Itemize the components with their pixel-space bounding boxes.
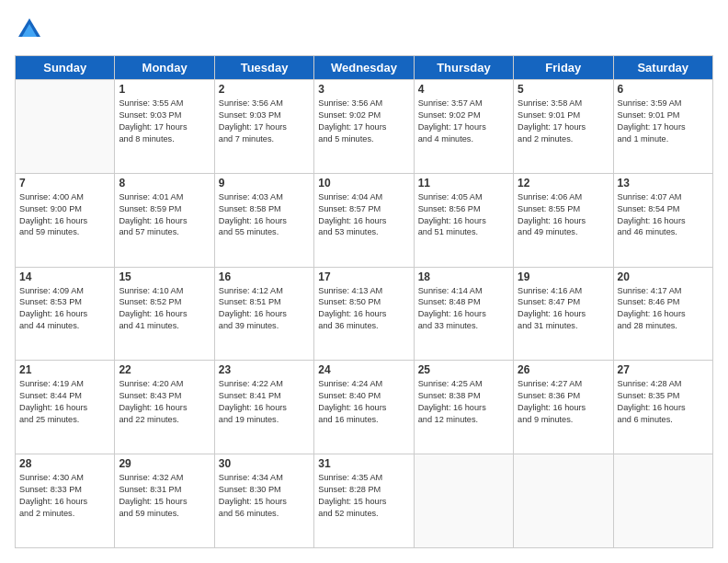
day-number: 4 <box>418 83 509 96</box>
cell-text: Sunrise: 4:03 AMSunset: 8:58 PMDaylight:… <box>219 191 310 239</box>
cell-text: Sunrise: 3:59 AMSunset: 9:01 PMDaylight:… <box>618 98 709 145</box>
cell-text: Sunrise: 4:35 AMSunset: 8:28 PMDaylight:… <box>318 472 409 520</box>
cell-text: Sunrise: 4:05 AMSunset: 8:56 PMDaylight:… <box>418 191 509 239</box>
weekday-header-friday: Friday <box>514 56 613 80</box>
day-number: 3 <box>318 83 409 96</box>
cell-text: Sunrise: 4:27 AMSunset: 8:36 PMDaylight:… <box>518 378 609 426</box>
cell-text: Sunrise: 4:07 AMSunset: 8:54 PMDaylight:… <box>618 191 709 239</box>
day-number: 11 <box>418 177 509 190</box>
table-row: 2Sunrise: 3:56 AMSunset: 9:03 PMDaylight… <box>214 80 313 174</box>
table-row <box>16 80 115 174</box>
cell-text: Sunrise: 4:06 AMSunset: 8:55 PMDaylight:… <box>518 191 609 239</box>
weekday-header-wednesday: Wednesday <box>314 56 414 80</box>
calendar-table: SundayMondayTuesdayWednesdayThursdayFrid… <box>15 55 713 548</box>
day-number: 27 <box>618 363 709 376</box>
day-number: 10 <box>318 177 409 190</box>
day-number: 30 <box>219 457 310 470</box>
cell-text: Sunrise: 4:19 AMSunset: 8:44 PMDaylight:… <box>19 378 110 426</box>
day-number: 20 <box>618 270 709 283</box>
cell-text: Sunrise: 4:20 AMSunset: 8:43 PMDaylight:… <box>119 378 210 426</box>
header <box>15 15 713 44</box>
day-number: 18 <box>418 270 509 283</box>
table-row: 28Sunrise: 4:30 AMSunset: 8:33 PMDayligh… <box>16 454 115 548</box>
cell-text: Sunrise: 4:04 AMSunset: 8:57 PMDaylight:… <box>318 191 409 239</box>
day-number: 26 <box>518 363 609 376</box>
table-row: 26Sunrise: 4:27 AMSunset: 8:36 PMDayligh… <box>514 361 613 454</box>
day-number: 28 <box>19 457 110 470</box>
table-row: 31Sunrise: 4:35 AMSunset: 8:28 PMDayligh… <box>314 454 414 548</box>
day-number: 8 <box>119 177 210 190</box>
cell-text: Sunrise: 4:32 AMSunset: 8:31 PMDaylight:… <box>119 472 210 520</box>
table-row: 14Sunrise: 4:09 AMSunset: 8:53 PMDayligh… <box>16 267 115 361</box>
table-row: 9Sunrise: 4:03 AMSunset: 8:58 PMDaylight… <box>214 173 313 267</box>
table-row: 4Sunrise: 3:57 AMSunset: 9:02 PMDaylight… <box>414 80 513 174</box>
table-row: 10Sunrise: 4:04 AMSunset: 8:57 PMDayligh… <box>314 173 414 267</box>
table-row: 25Sunrise: 4:25 AMSunset: 8:38 PMDayligh… <box>414 361 513 454</box>
cell-text: Sunrise: 3:56 AMSunset: 9:03 PMDaylight:… <box>219 98 310 145</box>
day-number: 19 <box>518 270 609 283</box>
day-number: 2 <box>219 83 310 96</box>
table-row: 16Sunrise: 4:12 AMSunset: 8:51 PMDayligh… <box>214 267 313 361</box>
logo <box>15 15 48 44</box>
weekday-header-monday: Monday <box>115 56 214 80</box>
cell-text: Sunrise: 4:24 AMSunset: 8:40 PMDaylight:… <box>318 378 409 426</box>
table-row: 6Sunrise: 3:59 AMSunset: 9:01 PMDaylight… <box>613 80 712 174</box>
weekday-header-tuesday: Tuesday <box>214 56 313 80</box>
cell-text: Sunrise: 4:00 AMSunset: 9:00 PMDaylight:… <box>19 191 110 239</box>
cell-text: Sunrise: 4:14 AMSunset: 8:48 PMDaylight:… <box>418 285 509 333</box>
day-number: 31 <box>318 457 409 470</box>
calendar-row-4: 28Sunrise: 4:30 AMSunset: 8:33 PMDayligh… <box>16 454 713 548</box>
cell-text: Sunrise: 4:22 AMSunset: 8:41 PMDaylight:… <box>219 378 310 426</box>
day-number: 21 <box>19 363 110 376</box>
cell-text: Sunrise: 4:09 AMSunset: 8:53 PMDaylight:… <box>19 285 110 333</box>
calendar-row-2: 14Sunrise: 4:09 AMSunset: 8:53 PMDayligh… <box>16 267 713 361</box>
day-number: 15 <box>119 270 210 283</box>
table-row: 18Sunrise: 4:14 AMSunset: 8:48 PMDayligh… <box>414 267 513 361</box>
day-number: 13 <box>618 177 709 190</box>
table-row: 23Sunrise: 4:22 AMSunset: 8:41 PMDayligh… <box>214 361 313 454</box>
day-number: 12 <box>518 177 609 190</box>
cell-text: Sunrise: 4:13 AMSunset: 8:50 PMDaylight:… <box>318 285 409 333</box>
day-number: 24 <box>318 363 409 376</box>
table-row: 1Sunrise: 3:55 AMSunset: 9:03 PMDaylight… <box>115 80 214 174</box>
cell-text: Sunrise: 3:57 AMSunset: 9:02 PMDaylight:… <box>418 98 509 145</box>
day-number: 7 <box>19 177 110 190</box>
cell-text: Sunrise: 4:12 AMSunset: 8:51 PMDaylight:… <box>219 285 310 333</box>
calendar-row-0: 1Sunrise: 3:55 AMSunset: 9:03 PMDaylight… <box>16 80 713 174</box>
cell-text: Sunrise: 4:30 AMSunset: 8:33 PMDaylight:… <box>19 472 110 520</box>
table-row: 3Sunrise: 3:56 AMSunset: 9:02 PMDaylight… <box>314 80 414 174</box>
table-row: 17Sunrise: 4:13 AMSunset: 8:50 PMDayligh… <box>314 267 414 361</box>
day-number: 29 <box>119 457 210 470</box>
table-row: 20Sunrise: 4:17 AMSunset: 8:46 PMDayligh… <box>613 267 712 361</box>
day-number: 22 <box>119 363 210 376</box>
table-row: 21Sunrise: 4:19 AMSunset: 8:44 PMDayligh… <box>16 361 115 454</box>
table-row: 8Sunrise: 4:01 AMSunset: 8:59 PMDaylight… <box>115 173 214 267</box>
table-row <box>613 454 712 548</box>
cell-text: Sunrise: 4:01 AMSunset: 8:59 PMDaylight:… <box>119 191 210 239</box>
table-row <box>414 454 513 548</box>
cell-text: Sunrise: 3:55 AMSunset: 9:03 PMDaylight:… <box>119 98 210 145</box>
cell-text: Sunrise: 4:34 AMSunset: 8:30 PMDaylight:… <box>219 472 310 520</box>
cell-text: Sunrise: 4:17 AMSunset: 8:46 PMDaylight:… <box>618 285 709 333</box>
cell-text: Sunrise: 4:16 AMSunset: 8:47 PMDaylight:… <box>518 285 609 333</box>
day-number: 1 <box>119 83 210 96</box>
cell-text: Sunrise: 3:56 AMSunset: 9:02 PMDaylight:… <box>318 98 409 145</box>
table-row: 24Sunrise: 4:24 AMSunset: 8:40 PMDayligh… <box>314 361 414 454</box>
cell-text: Sunrise: 4:25 AMSunset: 8:38 PMDaylight:… <box>418 378 509 426</box>
calendar-row-1: 7Sunrise: 4:00 AMSunset: 9:00 PMDaylight… <box>16 173 713 267</box>
table-row <box>514 454 613 548</box>
weekday-header-row: SundayMondayTuesdayWednesdayThursdayFrid… <box>16 56 713 80</box>
logo-icon <box>15 15 44 44</box>
day-number: 16 <box>219 270 310 283</box>
table-row: 12Sunrise: 4:06 AMSunset: 8:55 PMDayligh… <box>514 173 613 267</box>
page: SundayMondayTuesdayWednesdayThursdayFrid… <box>0 0 728 563</box>
day-number: 17 <box>318 270 409 283</box>
cell-text: Sunrise: 3:58 AMSunset: 9:01 PMDaylight:… <box>518 98 609 145</box>
table-row: 11Sunrise: 4:05 AMSunset: 8:56 PMDayligh… <box>414 173 513 267</box>
cell-text: Sunrise: 4:10 AMSunset: 8:52 PMDaylight:… <box>119 285 210 333</box>
weekday-header-sunday: Sunday <box>16 56 115 80</box>
cell-text: Sunrise: 4:28 AMSunset: 8:35 PMDaylight:… <box>618 378 709 426</box>
day-number: 25 <box>418 363 509 376</box>
table-row: 13Sunrise: 4:07 AMSunset: 8:54 PMDayligh… <box>613 173 712 267</box>
table-row: 30Sunrise: 4:34 AMSunset: 8:30 PMDayligh… <box>214 454 313 548</box>
